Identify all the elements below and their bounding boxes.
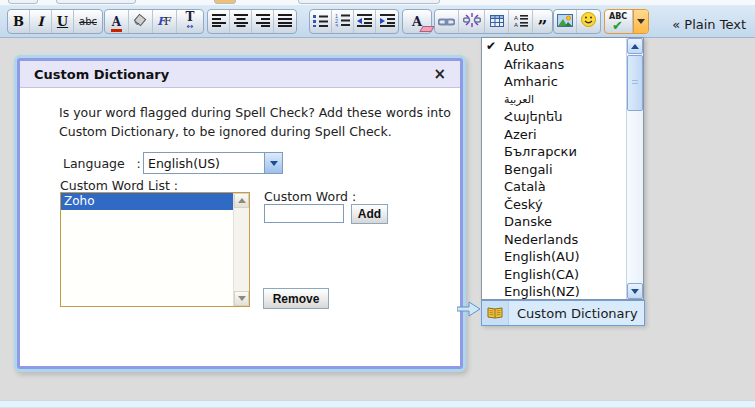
menu-item-auto[interactable]: ✔ Auto: [482, 38, 643, 56]
dialog-titlebar[interactable]: Custom Dictionary ×: [20, 61, 460, 88]
language-select-value: English(US): [144, 156, 264, 171]
scrollbar-thumb[interactable]: [627, 55, 643, 111]
menu-item-language[interactable]: Český: [482, 196, 643, 214]
menu-item-language[interactable]: Bengali: [482, 161, 643, 179]
align-center-icon: [234, 12, 248, 31]
partial-button: [214, 0, 236, 4]
menu-item-language[interactable]: Afrikaans: [482, 56, 643, 74]
menu-item-language[interactable]: Հայերեն: [482, 108, 643, 126]
menu-item-language[interactable]: Azeri: [482, 126, 643, 144]
insert-image-button[interactable]: [554, 10, 577, 33]
align-right-icon: [256, 12, 270, 31]
custom-dictionary-menu-label: Custom Dictionary: [509, 306, 638, 321]
align-left-icon: [212, 12, 226, 31]
custom-dictionary-menu-item[interactable]: Custom Dictionary: [481, 300, 645, 326]
font-size-button[interactable]: T↔: [177, 10, 203, 33]
font-color-button[interactable]: A: [105, 10, 129, 33]
arrow-down-icon: [631, 289, 639, 294]
highlight-color-button[interactable]: [129, 10, 153, 33]
select-dropdown-button[interactable]: [264, 153, 282, 173]
custom-word-input[interactable]: [264, 204, 344, 223]
spellcheck-dropdown-button[interactable]: [633, 10, 648, 33]
word-list-item[interactable]: Zoho: [61, 193, 233, 210]
outdent-button[interactable]: [354, 10, 376, 33]
link-button[interactable]: [435, 10, 459, 33]
partial-button: [8, 0, 38, 4]
plain-text-toggle[interactable]: « Plain Text: [672, 17, 746, 32]
spellcheck-button[interactable]: ABC ✔: [605, 10, 633, 33]
description-line: Custom Dictionary, to be ignored during …: [59, 122, 451, 141]
smiley-icon: [581, 12, 596, 31]
bullet-list-button[interactable]: [310, 10, 332, 33]
alignment-group: [207, 9, 297, 34]
align-center-button[interactable]: [230, 10, 252, 33]
clear-format-group: A: [402, 9, 432, 34]
menu-item-language[interactable]: English(CA): [482, 266, 643, 284]
menu-scrollbar[interactable]: [626, 38, 643, 299]
menu-item-language[interactable]: Danske: [482, 213, 643, 231]
custom-word-label: Custom Word :: [264, 189, 356, 204]
svg-text:A: A: [514, 22, 518, 27]
definition-list-button[interactable]: AA: [509, 10, 533, 33]
custom-dictionary-dialog: Custom Dictionary × Is your word flagged…: [14, 55, 466, 372]
unlink-icon: [463, 12, 481, 31]
font-name-button[interactable]: FF: [153, 10, 177, 33]
bold-button[interactable]: B: [8, 10, 30, 33]
custom-word-listbox[interactable]: Zoho: [60, 192, 250, 307]
language-select[interactable]: English(US): [143, 152, 283, 174]
dialog-body: Custom Dictionary × Is your word flagged…: [20, 61, 460, 366]
numbered-list-button[interactable]: 123: [332, 10, 354, 33]
scroll-down-button[interactable]: [627, 283, 643, 299]
menu-item-language[interactable]: English(NZ): [482, 283, 643, 301]
clear-format-button[interactable]: A: [403, 10, 431, 33]
language-dropdown-menu: ✔ Auto Afrikaans Amharic العربية Հայերեն…: [481, 37, 644, 300]
table-button[interactable]: [485, 10, 509, 33]
justify-button[interactable]: [274, 10, 296, 33]
emoticon-button[interactable]: [577, 10, 600, 33]
word-list-label: Custom Word List :: [60, 178, 178, 193]
menu-item-language[interactable]: العربية: [482, 91, 643, 109]
underline-button[interactable]: U: [52, 10, 74, 33]
scroll-down-button[interactable]: [234, 291, 249, 306]
svg-text:A: A: [514, 15, 518, 21]
strikethrough-button[interactable]: abc: [74, 10, 102, 33]
menu-item-language[interactable]: Български: [482, 143, 643, 161]
italic-icon: I: [37, 14, 43, 29]
blockquote-button[interactable]: ”: [533, 10, 552, 33]
scroll-up-button[interactable]: [627, 38, 643, 54]
pointer-arrow-icon: [457, 301, 481, 321]
menu-icon-strip: [482, 301, 509, 325]
dialog-description: Is your word flagged during Spell Check?…: [59, 103, 451, 141]
partial-button: [298, 0, 440, 4]
link-icon: [438, 12, 455, 31]
list-indent-group: 123: [309, 9, 399, 34]
definition-list-icon: AA: [514, 12, 528, 31]
menu-item-language[interactable]: Català: [482, 178, 643, 196]
justify-icon: [278, 12, 292, 31]
unlink-button[interactable]: [459, 10, 485, 33]
italic-button[interactable]: I: [30, 10, 52, 33]
close-icon[interactable]: ×: [433, 67, 446, 81]
eraser-icon: [419, 26, 434, 32]
text-style-group: B I U abc: [7, 9, 103, 34]
menu-item-language[interactable]: Nederlands: [482, 231, 643, 249]
listbox-scrollbar[interactable]: [233, 193, 249, 306]
paint-bucket-icon: [133, 12, 148, 31]
dictionary-book-icon: [487, 304, 503, 323]
scroll-up-button[interactable]: [234, 193, 249, 208]
remove-button[interactable]: Remove: [263, 288, 329, 309]
indent-icon: [380, 12, 395, 31]
insert-group: AA ”: [434, 9, 553, 34]
clear-format-icon: A: [412, 14, 422, 29]
editor-screen: B I U abc A FF T↔ 123: [0, 0, 755, 408]
menu-item-language[interactable]: Amharic: [482, 73, 643, 91]
add-button[interactable]: Add: [351, 204, 388, 224]
spellcheck-icon: ABC ✔: [605, 10, 632, 33]
image-icon: [557, 12, 573, 31]
media-group: [553, 9, 601, 34]
align-right-button[interactable]: [252, 10, 274, 33]
indent-button[interactable]: [376, 10, 398, 33]
align-left-button[interactable]: [208, 10, 230, 33]
chevron-down-icon: [270, 161, 278, 166]
menu-item-language[interactable]: English(AU): [482, 248, 643, 266]
